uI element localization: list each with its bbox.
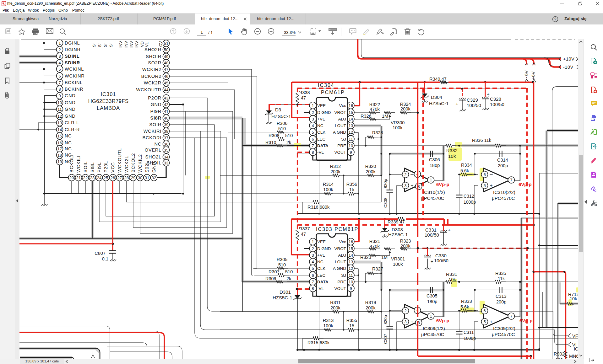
svg-text:1: 1 <box>312 103 314 108</box>
svg-text:820p: 820p <box>383 179 388 188</box>
svg-text:100k: 100k <box>323 323 333 328</box>
svg-text:R339 47: R339 47 <box>388 219 405 224</box>
svg-text:R323: R323 <box>400 238 411 244</box>
svg-text:GND: GND <box>65 107 76 112</box>
svg-text:SI8R: SI8R <box>150 115 161 120</box>
svg-text:WCKINR: WCKINR <box>65 73 85 78</box>
svg-text:9: 9 <box>350 150 352 155</box>
svg-text:20: 20 <box>69 175 74 180</box>
svg-text:HZS5C-1: HZS5C-1 <box>273 295 292 300</box>
svg-text:6: 6 <box>483 308 486 313</box>
svg-text:11: 11 <box>349 273 353 278</box>
svg-text:100/50: 100/50 <box>467 103 481 108</box>
svg-text:LEC: LEC <box>317 137 326 142</box>
svg-text:2: 2 <box>404 172 406 177</box>
svg-text:-VL: -VL <box>317 286 324 291</box>
svg-text:D301: D301 <box>280 289 291 295</box>
svg-text:47: 47 <box>301 232 306 237</box>
svg-text:S': S' <box>109 44 113 47</box>
svg-text:R327: R327 <box>372 266 383 271</box>
svg-text:OVERL: OVERL <box>145 147 161 153</box>
svg-text:0.1: 0.1 <box>102 256 108 261</box>
svg-text:7: 7 <box>312 143 314 148</box>
svg-text:VROT: VROT <box>334 246 346 251</box>
svg-text:WCKOUTL: WCKOUTL <box>117 148 122 173</box>
svg-text:R331: R331 <box>446 271 457 277</box>
svg-text:μPC4570C: μPC4570C <box>492 195 515 201</box>
svg-text:12: 12 <box>349 266 353 271</box>
svg-text:C311: C311 <box>464 330 474 335</box>
svg-text:6: 6 <box>58 74 61 78</box>
svg-text:15: 15 <box>57 134 62 138</box>
svg-text:S': S' <box>97 44 102 47</box>
svg-text:–: – <box>490 308 493 313</box>
svg-text:VROT: VROT <box>334 110 346 115</box>
svg-text:NC: NC <box>65 140 72 145</box>
svg-text:PCM61P: PCM61P <box>321 90 345 95</box>
svg-text:NC: NC <box>317 123 323 128</box>
svg-text:C306: C306 <box>429 157 440 162</box>
svg-text:ADJ: ADJ <box>338 117 346 121</box>
svg-text:LAMBDA: LAMBDA <box>97 105 120 111</box>
svg-text:SDINL: SDINL <box>65 54 80 59</box>
svg-text:R340 47: R340 47 <box>429 77 447 82</box>
svg-text:HZS5C-1: HZS5C-1 <box>429 101 449 106</box>
svg-text:1: 1 <box>58 41 61 46</box>
svg-text:SHOIR: SHOIR <box>146 54 161 59</box>
svg-text:SHO2L: SHO2L <box>145 154 161 159</box>
svg-text:C329: C329 <box>467 97 478 103</box>
svg-text:HG62E33R79FS: HG62E33R79FS <box>88 98 129 104</box>
svg-text:1: 1 <box>430 178 432 182</box>
svg-text:PRE: PRE <box>337 280 346 284</box>
svg-text:R324: R324 <box>400 102 411 107</box>
svg-text:7: 7 <box>510 178 512 182</box>
svg-text:R320: R320 <box>365 164 376 169</box>
svg-text:BCKORI: BCKORI <box>143 135 161 140</box>
svg-text:29: 29 <box>131 175 135 180</box>
svg-text:12: 12 <box>57 114 62 119</box>
svg-text:μPC4570C: μPC4570C <box>421 195 444 201</box>
svg-text:2k: 2k <box>286 276 291 281</box>
svg-text:INV: INV <box>129 41 134 48</box>
svg-text:Vcc: Vcc <box>339 103 346 108</box>
svg-text:I OUT: I OUT <box>335 123 346 128</box>
svg-text:1: 1 <box>312 239 314 244</box>
svg-text:NC: NC <box>65 133 72 138</box>
svg-text:R338: R338 <box>299 90 310 95</box>
svg-text:I OUT: I OUT <box>335 260 346 264</box>
svg-text:47: 47 <box>164 67 168 72</box>
svg-text:PRE: PRE <box>337 143 346 148</box>
svg-text:+: + <box>487 91 490 97</box>
svg-text:7: 7 <box>58 80 61 85</box>
svg-text:SDINR: SDINR <box>65 60 80 65</box>
svg-text:200k: 200k <box>330 169 340 174</box>
svg-text:6: 6 <box>483 172 486 177</box>
svg-text:510: 510 <box>278 262 286 267</box>
svg-text:WCKINL: WCKINL <box>65 67 84 72</box>
svg-text:R313: R313 <box>323 318 334 323</box>
svg-text:R336 11k: R336 11k <box>472 138 492 143</box>
svg-text:11k: 11k <box>498 276 505 281</box>
svg-text:4: 4 <box>58 61 61 65</box>
svg-text:R316 680k: R316 680k <box>307 205 330 210</box>
svg-text:13: 13 <box>57 120 62 125</box>
svg-text:1000p: 1000p <box>464 200 476 205</box>
svg-text:WCK2L: WCK2L <box>124 156 129 173</box>
svg-text:820p: 820p <box>383 315 388 324</box>
svg-text:SOIR: SOIR <box>149 122 161 127</box>
svg-text:VR300: VR300 <box>391 120 405 125</box>
svg-text:R310: R310 <box>265 140 276 145</box>
svg-text:6: 6 <box>312 273 314 278</box>
svg-text:14: 14 <box>349 117 353 121</box>
svg-text:WCKIR2: WCKIR2 <box>142 67 161 72</box>
svg-text:510: 510 <box>278 126 286 131</box>
svg-text:9: 9 <box>58 94 61 98</box>
svg-text:6Vp-p: 6Vp-p <box>519 182 532 187</box>
svg-text:5: 5 <box>483 183 486 188</box>
svg-text:WCKOUTR: WCKOUTR <box>136 87 161 92</box>
svg-text:CLK: CLK <box>317 130 325 135</box>
svg-text:DATA: DATA <box>317 143 329 148</box>
svg-text:R325: R325 <box>360 255 371 260</box>
svg-text:D3: D3 <box>275 107 281 112</box>
svg-text:VEE: VEE <box>317 103 326 108</box>
